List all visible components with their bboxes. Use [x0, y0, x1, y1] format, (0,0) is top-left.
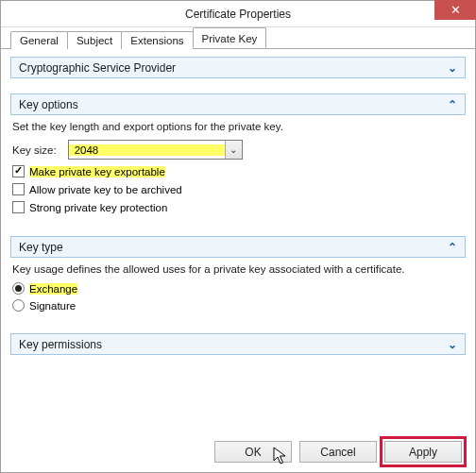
radio-exchange-label: Exchange [29, 283, 77, 295]
checkbox-exportable[interactable] [12, 165, 25, 177]
section-key-permissions-label: Key permissions [19, 338, 102, 351]
chevron-down-icon: ⌄ [448, 338, 457, 351]
key-size-label: Key size: [12, 144, 57, 156]
key-size-value: 2048 [69, 144, 225, 156]
tab-strip: General Subject Extensions Private Key [1, 27, 475, 49]
apply-button[interactable]: Apply [384, 441, 462, 463]
close-icon: ✕ [450, 4, 461, 16]
dropdown-arrow-icon: ⌄ [225, 141, 242, 159]
certificate-properties-dialog: Certificate Properties ✕ General Subject… [0, 0, 476, 473]
section-key-type[interactable]: Key type ⌃ [10, 236, 466, 258]
window-title: Certificate Properties [1, 8, 475, 21]
dialog-button-bar: OK Cancel Apply [214, 441, 462, 463]
checkbox-strong[interactable] [12, 201, 25, 213]
section-key-options-label: Key options [19, 98, 78, 111]
checkbox-archive-row[interactable]: Allow private key to be archived [12, 183, 464, 195]
section-key-type-label: Key type [19, 241, 63, 254]
checkbox-strong-label: Strong private key protection [29, 202, 167, 213]
radio-signature-row[interactable]: Signature [12, 299, 464, 312]
radio-signature-label: Signature [29, 300, 76, 312]
tab-general[interactable]: General [10, 31, 68, 49]
key-size-row: Key size: 2048 ⌄ [12, 140, 464, 160]
tab-panel-private-key: Cryptographic Service Provider ⌄ Key opt… [1, 49, 475, 355]
tab-private-key[interactable]: Private Key [193, 27, 267, 48]
key-size-select[interactable]: 2048 ⌄ [68, 140, 243, 160]
checkbox-strong-row[interactable]: Strong private key protection [12, 201, 464, 213]
chevron-up-icon: ⌃ [448, 241, 457, 254]
chevron-down-icon: ⌄ [448, 61, 457, 75]
section-key-options[interactable]: Key options ⌃ [10, 93, 466, 115]
close-button[interactable]: ✕ [434, 0, 476, 20]
radio-signature[interactable] [12, 299, 25, 312]
key-type-description: Key usage defines the allowed uses for a… [12, 263, 464, 275]
cancel-button[interactable]: Cancel [299, 441, 377, 463]
checkbox-archive-label: Allow private key to be archived [29, 184, 182, 195]
section-csp[interactable]: Cryptographic Service Provider ⌄ [10, 57, 466, 78]
tab-extensions[interactable]: Extensions [121, 31, 193, 49]
ok-button[interactable]: OK [214, 441, 292, 463]
section-csp-label: Cryptographic Service Provider [19, 61, 176, 75]
chevron-up-icon: ⌃ [448, 98, 457, 111]
radio-exchange-row[interactable]: Exchange [12, 282, 464, 295]
checkbox-exportable-row[interactable]: Make private key exportable [12, 165, 464, 177]
checkbox-archive[interactable] [12, 183, 25, 195]
title-bar: Certificate Properties ✕ [1, 1, 475, 27]
key-options-description: Set the key length and export options fo… [12, 121, 464, 132]
section-key-permissions[interactable]: Key permissions ⌄ [10, 333, 466, 355]
checkbox-exportable-label: Make private key exportable [29, 166, 165, 177]
radio-exchange[interactable] [12, 282, 25, 295]
tab-subject[interactable]: Subject [67, 31, 122, 49]
